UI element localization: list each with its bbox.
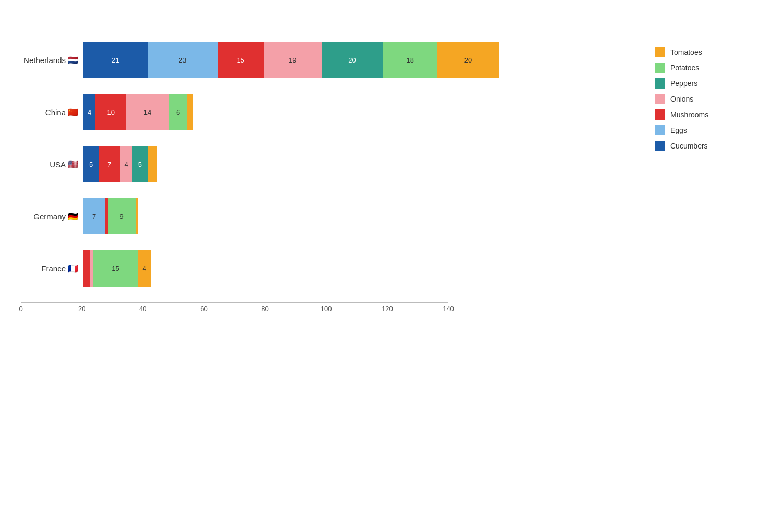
x-tick-80: 80: [261, 305, 268, 313]
bar-segment-onions: 4: [120, 146, 132, 182]
bar-segment-potatoes: 18: [383, 42, 437, 78]
bar-segment-onions: 19: [264, 42, 322, 78]
x-tick-120: 120: [382, 305, 393, 313]
bar-segment-peppers: 5: [132, 146, 148, 182]
legend-label-onions: Onions: [670, 95, 693, 103]
chart-row: France 🇫🇷154: [83, 250, 634, 287]
legend-label-tomatoes: Tomatoes: [670, 48, 702, 56]
bar-segment-mushrooms: 15: [218, 42, 264, 78]
legend-item-peppers: Peppers: [655, 78, 738, 89]
chart-row: Netherlands 🇳🇱21231519201820: [83, 42, 634, 78]
bar-segment-mushrooms: [83, 250, 90, 287]
rows-area: Netherlands 🇳🇱21231519201820China 🇨🇳4101…: [21, 42, 634, 287]
legend-item-potatoes: Potatoes: [655, 63, 738, 73]
bar-segment-tomatoes: 4: [138, 250, 150, 287]
legend-label-cucumbers: Cucumbers: [670, 142, 708, 150]
chart-container: Netherlands 🇳🇱21231519201820China 🇨🇳4101…: [21, 42, 738, 315]
bar-segment-tomatoes: [187, 94, 193, 130]
row-label: USA 🇺🇸: [21, 159, 78, 169]
x-tick-140: 140: [443, 305, 454, 313]
x-tick-0: 0: [19, 305, 22, 313]
bar-segment-cucumbers: 5: [83, 146, 99, 182]
legend-label-mushrooms: Mushrooms: [670, 110, 708, 119]
legend-item-tomatoes: Tomatoes: [655, 47, 738, 57]
x-tick-100: 100: [321, 305, 332, 313]
bar-segment-potatoes: 9: [108, 198, 136, 234]
legend-swatch-onions: [655, 94, 665, 104]
bar-segment-cucumbers: 21: [83, 42, 148, 78]
bar-segment-eggs: 7: [83, 198, 105, 234]
row-label: Germany 🇩🇪: [21, 212, 78, 221]
chart-row: China 🇨🇳410146: [83, 94, 634, 130]
bar-segment-tomatoes: 20: [437, 42, 498, 78]
legend-swatch-mushrooms: [655, 109, 665, 120]
legend: TomatoesPotatoesPeppersOnionsMushroomsEg…: [655, 42, 738, 151]
legend-swatch-peppers: [655, 78, 665, 89]
bar-segment-potatoes: 15: [93, 250, 139, 287]
bar-segment-tomatoes: [136, 198, 139, 234]
legend-label-potatoes: Potatoes: [670, 64, 699, 72]
chart-area: Netherlands 🇳🇱21231519201820China 🇨🇳4101…: [21, 42, 634, 315]
x-tick-20: 20: [78, 305, 85, 313]
bar-wrapper: 154: [83, 250, 151, 287]
legend-label-peppers: Peppers: [670, 79, 697, 88]
bar-segment-peppers: 20: [322, 42, 383, 78]
legend-swatch-eggs: [655, 125, 665, 135]
bar-wrapper: 410146: [83, 94, 193, 130]
bar-segment-cucumbers: 4: [83, 94, 95, 130]
legend-item-eggs: Eggs: [655, 125, 738, 135]
legend-swatch-cucumbers: [655, 141, 665, 151]
x-tick-60: 60: [200, 305, 207, 313]
bar-segment-mushrooms: 10: [95, 94, 126, 130]
legend-swatch-potatoes: [655, 63, 665, 73]
row-label: Netherlands 🇳🇱: [21, 55, 78, 65]
row-label: France 🇫🇷: [21, 264, 78, 274]
bar-segment-onions: 14: [126, 94, 169, 130]
legend-item-mushrooms: Mushrooms: [655, 109, 738, 120]
chart-row: USA 🇺🇸5745: [83, 146, 634, 182]
legend-item-onions: Onions: [655, 94, 738, 104]
legend-item-cucumbers: Cucumbers: [655, 141, 738, 151]
bar-segment-mushrooms: 7: [99, 146, 120, 182]
bar-wrapper: 21231519201820: [83, 42, 499, 78]
bar-segment-tomatoes: [148, 146, 157, 182]
legend-swatch-tomatoes: [655, 47, 665, 57]
chart-row: Germany 🇩🇪79: [83, 198, 634, 234]
row-label: China 🇨🇳: [21, 107, 78, 117]
x-axis: 020406080100120140: [21, 302, 448, 315]
bar-wrapper: 79: [83, 198, 138, 234]
bar-segment-potatoes: 6: [169, 94, 187, 130]
legend-label-eggs: Eggs: [670, 126, 687, 134]
bar-wrapper: 5745: [83, 146, 157, 182]
bar-segment-eggs: 23: [148, 42, 218, 78]
x-tick-40: 40: [139, 305, 146, 313]
